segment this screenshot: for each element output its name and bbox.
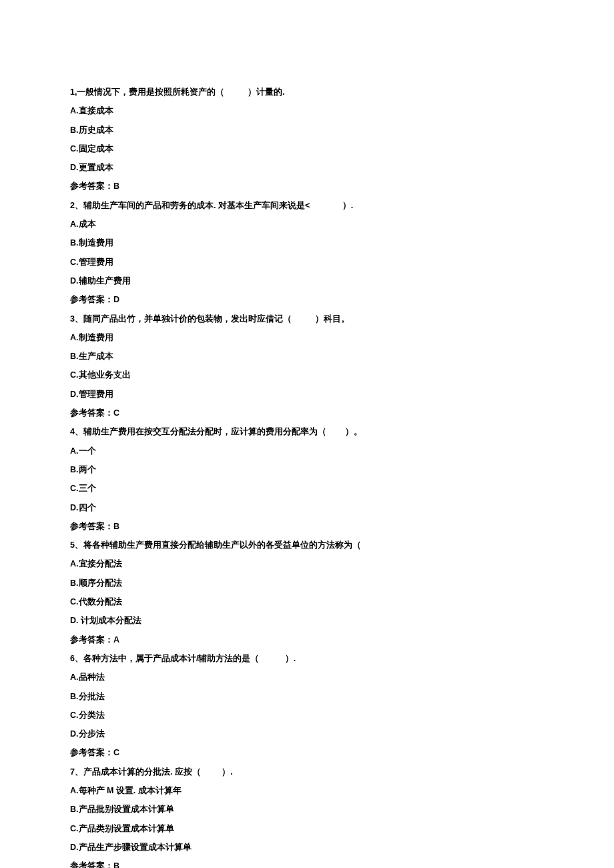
option-a: A.品种法 xyxy=(70,672,544,684)
answer: 参考答案：B xyxy=(70,181,544,193)
question-text: ,一般情况下，费用是按照所耗资产的（ ）计量的. xyxy=(75,87,285,97)
question-stem: 3、随同产品出竹，并单独计价的包装物，发出时应借记（ ）科目。 xyxy=(70,314,544,326)
answer: 参考答案：A xyxy=(70,634,544,646)
question-number: 4 xyxy=(70,427,75,436)
answer: 参考答案：C xyxy=(70,408,544,420)
question-text: 、辅助生产费用在按交互分配法分配时，应计算的费用分配率为（ ）。 xyxy=(75,427,362,436)
question-text: 、随同产品出竹，并单独计价的包装物，发出时应借记（ ）科目。 xyxy=(75,314,350,324)
question-text: 、将各种辅助生产费用直接分配给辅助生产以外的各受益单位的方法称为（ xyxy=(75,540,361,550)
option-c: C.其他业务支出 xyxy=(70,370,544,382)
option-a: A.直接成本 xyxy=(70,105,544,117)
option-c: C.分类法 xyxy=(70,710,544,722)
question-number: 2 xyxy=(70,201,75,210)
question-stem: 7、产品成本计算的分批法. 应按（ ）. xyxy=(70,767,544,779)
option-b: B.产品批别设置成本计算单 xyxy=(70,804,544,816)
option-b: B.两个 xyxy=(70,464,544,476)
answer: 参考答案：B xyxy=(70,861,544,868)
answer: 参考答案：D xyxy=(70,294,544,306)
question-stem: 5、将各种辅助生产费用直接分配给辅助生产以外的各受益单位的方法称为（ xyxy=(70,540,544,552)
option-a: A.成本 xyxy=(70,219,544,231)
option-d: D.更置成本 xyxy=(70,162,544,174)
option-c: C.三个 xyxy=(70,483,544,495)
option-d: D.辅助生产费用 xyxy=(70,276,544,288)
option-b: B.历史成本 xyxy=(70,125,544,137)
question-number: 3 xyxy=(70,314,75,324)
question-stem: 4、辅助生产费用在按交互分配法分配时，应计算的费用分配率为（ ）。 xyxy=(70,426,544,438)
answer: 参考答案：B xyxy=(70,521,544,533)
option-c: C.产品类别设置成本计算单 xyxy=(70,823,544,835)
question-text: 、辅助生产车间的产品和劳务的成本. 对基本生产车间来说是< ）. xyxy=(75,201,353,210)
option-d: D.四个 xyxy=(70,502,544,514)
question-number: 6 xyxy=(70,654,75,663)
option-b: B.制造费用 xyxy=(70,238,544,250)
option-a: A.制造费用 xyxy=(70,332,544,344)
question-stem: 2、辅助生产车间的产品和劳务的成本. 对基本生产车间来说是< ）. xyxy=(70,200,544,212)
question-text: 、各种方法中，属于产品成本计/辅助方法的是（ ）. xyxy=(75,654,296,663)
question-stem: 1,一般情况下，费用是按照所耗资产的（ ）计量的. xyxy=(70,87,544,99)
option-b: B.生产成本 xyxy=(70,351,544,363)
question-number: 1 xyxy=(70,87,75,97)
option-a: A.宜接分配法 xyxy=(70,558,544,570)
option-d: D.产品生产步骤设置成本计算单 xyxy=(70,842,544,854)
option-c: C.管理费用 xyxy=(70,257,544,269)
option-b: B.顺序分配法 xyxy=(70,578,544,590)
answer: 参考答案：C xyxy=(70,747,544,759)
document-page: 1,一般情况下，费用是按照所耗资产的（ ）计量的. A.直接成本 B.历史成本 … xyxy=(0,0,614,868)
option-a: A.每种产 M 设置. 成本计算年 xyxy=(70,785,544,797)
question-stem: 6、各种方法中，属于产品成本计/辅助方法的是（ ）. xyxy=(70,653,544,665)
option-d: D. 计划成本分配法 xyxy=(70,615,544,627)
question-number: 7 xyxy=(70,767,75,777)
option-a: A.一个 xyxy=(70,446,544,458)
option-b: B.分批法 xyxy=(70,691,544,703)
option-c: C.代数分配法 xyxy=(70,596,544,608)
question-number: 5 xyxy=(70,540,75,550)
option-d: D.管理费用 xyxy=(70,389,544,401)
option-c: C.固定成本 xyxy=(70,143,544,155)
option-d: D.分步法 xyxy=(70,729,544,741)
question-text: 、产品成本计算的分批法. 应按（ ）. xyxy=(75,767,233,777)
